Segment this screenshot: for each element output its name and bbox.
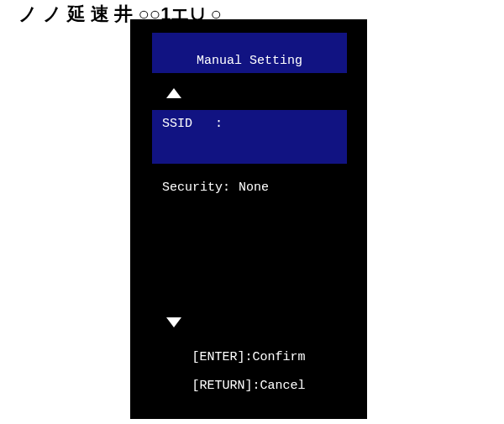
scroll-down-icon[interactable] (166, 317, 181, 327)
ssid-field[interactable]: SSID : (152, 110, 347, 164)
enter-hint: [ENTER]:Confirm (130, 350, 367, 364)
return-hint: [RETURN]:Cancel (130, 379, 367, 393)
device-screen: Manual Setting SSID : Security: None [EN… (130, 19, 367, 419)
security-value: None (239, 181, 269, 195)
scroll-up-icon[interactable] (166, 88, 181, 98)
security-field[interactable]: Security: None (162, 181, 269, 195)
ssid-label: SSID : (162, 117, 223, 131)
screen-title: Manual Setting (197, 54, 302, 68)
security-label: Security: (162, 181, 230, 195)
screen-title-bar: Manual Setting (152, 33, 347, 73)
